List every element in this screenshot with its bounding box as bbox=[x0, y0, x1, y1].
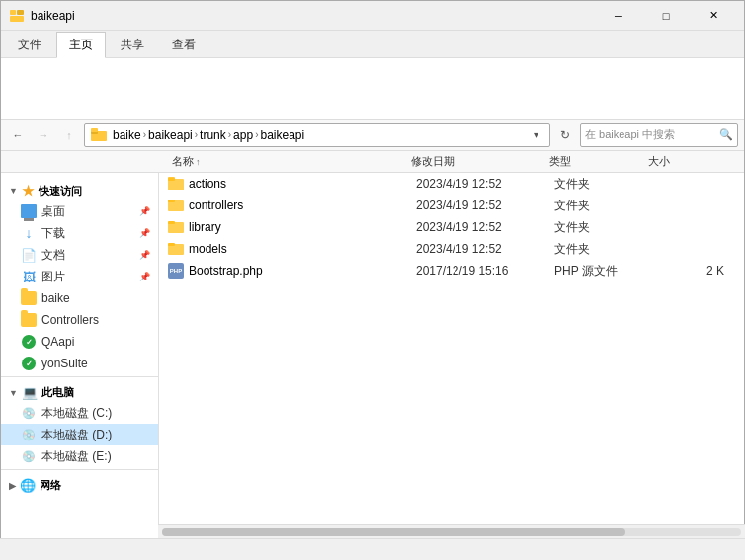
folder-icon-baike bbox=[21, 290, 37, 306]
sort-arrow-name: ↑ bbox=[196, 157, 201, 167]
search-box[interactable]: 在 baikeapi 中搜索 🔍 bbox=[580, 123, 738, 147]
sidebar-item-docs[interactable]: 📄 文档 📌 bbox=[1, 244, 158, 266]
yonsuite-icon: ✓ bbox=[21, 356, 37, 371]
sidebar-item-desktop[interactable]: 桌面 📌 bbox=[1, 200, 158, 222]
drive-e-icon: 💿 bbox=[21, 448, 37, 464]
desktop-icon bbox=[21, 203, 37, 219]
svg-rect-1 bbox=[10, 16, 24, 22]
horizontal-scrollbar[interactable] bbox=[158, 524, 745, 538]
refresh-button[interactable]: ↻ bbox=[554, 124, 576, 146]
network-icon: 🌐 bbox=[20, 478, 36, 493]
file-date: 2023/4/19 12:52 bbox=[416, 242, 554, 256]
sidebar-item-yonsuite[interactable]: ✓ yonSuite bbox=[1, 353, 158, 374]
sidebar-item-download[interactable]: ↓ 下载 📌 bbox=[1, 222, 158, 244]
search-icon[interactable]: 🔍 bbox=[719, 128, 733, 141]
pin-icon: 📌 bbox=[139, 206, 150, 216]
ribbon-content bbox=[1, 58, 744, 120]
ribbon: 文件 主页 共享 查看 bbox=[1, 31, 744, 120]
svg-rect-2 bbox=[17, 10, 24, 15]
sidebar-divider-1 bbox=[1, 376, 158, 377]
address-bar-row: ← → ↑ baike › baikeapi › trunk › app › b… bbox=[1, 120, 744, 151]
download-icon: ↓ bbox=[21, 225, 37, 241]
svg-rect-5 bbox=[91, 128, 98, 132]
svg-rect-13 bbox=[168, 221, 175, 224]
sidebar-item-drive-e[interactable]: 💿 本地磁盘 (E:) bbox=[1, 445, 158, 467]
chevron-right-icon-net: ▶ bbox=[9, 481, 16, 491]
up-button[interactable]: ↑ bbox=[58, 124, 80, 146]
file-name: Bootstrap.php bbox=[189, 264, 416, 278]
col-header-type[interactable]: 类型 bbox=[549, 154, 648, 169]
forward-button[interactable]: → bbox=[33, 124, 54, 146]
svg-rect-9 bbox=[168, 178, 175, 181]
minimize-button[interactable]: ─ bbox=[596, 1, 641, 31]
star-icon: ★ bbox=[22, 183, 35, 199]
sidebar-item-drive-d[interactable]: 💿 本地磁盘 (D:) bbox=[1, 424, 158, 445]
col-header-size[interactable]: 大小 bbox=[648, 154, 727, 169]
sidebar-item-qaapi[interactable]: ✓ QAapi bbox=[1, 331, 158, 353]
tab-home[interactable]: 主页 bbox=[56, 32, 106, 58]
file-size: 2 K bbox=[653, 264, 732, 278]
breadcrumb-baikeapi1[interactable]: baikeapi bbox=[148, 128, 193, 142]
file-date: 2023/4/19 12:52 bbox=[416, 199, 554, 212]
back-button[interactable]: ← bbox=[7, 124, 29, 146]
breadcrumb-app[interactable]: app bbox=[233, 128, 253, 142]
php-file-icon: PHP bbox=[167, 262, 185, 280]
tab-view[interactable]: 查看 bbox=[159, 32, 208, 57]
pin-icon-dl: 📌 bbox=[139, 228, 150, 238]
folder-icon bbox=[167, 175, 185, 193]
file-type: 文件夹 bbox=[554, 219, 653, 236]
window-controls: ─ □ ✕ bbox=[596, 1, 736, 31]
sidebar-item-drive-c[interactable]: 💿 本地磁盘 (C:) bbox=[1, 402, 158, 424]
table-row[interactable]: models 2023/4/19 12:52 文件夹 bbox=[159, 238, 744, 260]
pics-icon: 🖼 bbox=[21, 269, 37, 284]
address-box[interactable]: baike › baikeapi › trunk › app › baikeap… bbox=[84, 123, 550, 147]
file-date: 2017/12/19 15:16 bbox=[416, 264, 554, 278]
pc-icon: 💻 bbox=[22, 385, 38, 400]
search-placeholder: 在 baikeapi 中搜索 bbox=[585, 127, 715, 142]
pin-icon-pics: 📌 bbox=[139, 272, 150, 281]
scrollbar-thumb[interactable] bbox=[162, 528, 625, 536]
sidebar-item-controllers[interactable]: Controllers bbox=[1, 309, 158, 331]
breadcrumb: baike › baikeapi › trunk › app › baikeap… bbox=[91, 128, 528, 142]
file-name: actions bbox=[189, 177, 416, 191]
table-row[interactable]: PHP Bootstrap.php 2017/12/19 15:16 PHP 源… bbox=[159, 260, 744, 281]
folder-icon-controllers bbox=[21, 312, 37, 328]
sidebar-section-quick-access: ▼ ★ 快速访问 bbox=[1, 177, 158, 200]
tab-share[interactable]: 共享 bbox=[108, 32, 157, 57]
chevron-down-icon-pc: ▼ bbox=[9, 388, 18, 398]
drive-d-icon: 💿 bbox=[21, 427, 37, 442]
file-type: 文件夹 bbox=[554, 241, 653, 258]
file-name: library bbox=[189, 220, 416, 234]
tab-file[interactable]: 文件 bbox=[5, 32, 54, 57]
col-header-name[interactable]: 名称 ↑ bbox=[164, 154, 411, 169]
file-type: 文件夹 bbox=[554, 176, 653, 193]
svg-rect-0 bbox=[10, 10, 16, 15]
qaapi-icon: ✓ bbox=[21, 334, 37, 350]
svg-rect-15 bbox=[168, 243, 175, 246]
column-headers: 名称 ↑ 修改日期 类型 大小 bbox=[1, 151, 744, 173]
address-dropdown-arrow[interactable]: ▾ bbox=[528, 129, 543, 140]
folder-icon bbox=[167, 197, 185, 214]
file-list: actions 2023/4/19 12:52 文件夹 controllers … bbox=[159, 173, 744, 539]
maximize-button[interactable]: □ bbox=[643, 1, 689, 31]
breadcrumb-baike[interactable]: baike bbox=[113, 128, 141, 142]
sidebar-item-pics[interactable]: 🖼 图片 📌 bbox=[1, 266, 158, 287]
close-button[interactable]: ✕ bbox=[691, 1, 736, 31]
table-row[interactable]: actions 2023/4/19 12:52 文件夹 bbox=[159, 173, 744, 195]
sidebar-item-baike[interactable]: baike bbox=[1, 287, 158, 309]
table-row[interactable]: controllers 2023/4/19 12:52 文件夹 bbox=[159, 195, 744, 216]
window-icon bbox=[9, 8, 25, 24]
status-bar bbox=[0, 538, 745, 560]
col-header-modified[interactable]: 修改日期 bbox=[411, 154, 549, 169]
sidebar-section-network: ▶ 🌐 网络 bbox=[1, 472, 158, 495]
table-row[interactable]: library 2023/4/19 12:52 文件夹 bbox=[159, 216, 744, 238]
file-date: 2023/4/19 12:52 bbox=[416, 177, 554, 191]
svg-rect-11 bbox=[168, 200, 175, 202]
ribbon-tab-bar: 文件 主页 共享 查看 bbox=[1, 31, 744, 58]
file-name: controllers bbox=[189, 199, 416, 212]
file-type: PHP 源文件 bbox=[554, 263, 653, 280]
folder-icon bbox=[167, 218, 185, 236]
breadcrumb-trunk[interactable]: trunk bbox=[200, 128, 226, 142]
window-title: baikeapi bbox=[31, 9, 596, 23]
breadcrumb-baikeapi2[interactable]: baikeapi bbox=[260, 128, 304, 142]
